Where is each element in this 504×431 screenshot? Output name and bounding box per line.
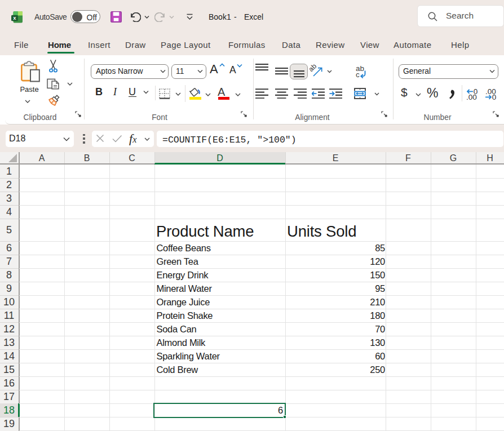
svg-text:0: 0: [492, 93, 497, 101]
svg-text:.00: .00: [466, 93, 477, 101]
svg-text:x: x: [13, 15, 16, 21]
svg-text:c: c: [356, 70, 360, 78]
svg-text:ab: ab: [310, 62, 318, 73]
